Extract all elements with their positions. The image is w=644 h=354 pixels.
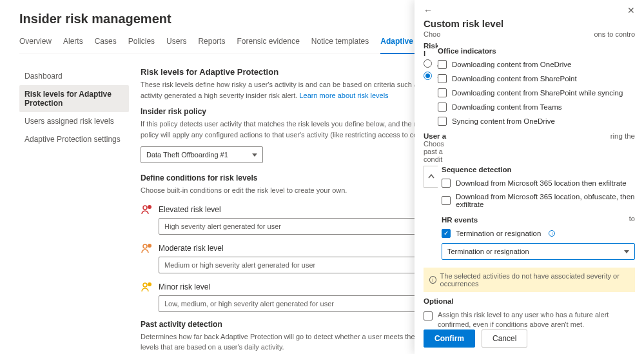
flyout-title: Custom risk level [424, 18, 635, 29]
sidebar-item-users-assigned[interactable]: Users assigned risk levels [19, 112, 129, 130]
office-item-0: Downloading content from OneDrive [452, 61, 571, 68]
chevron-down-icon [624, 250, 629, 253]
flyout-subtitle-start: Choo [424, 30, 440, 38]
chk-teams-download[interactable] [438, 103, 447, 112]
sequence-group: Sequence detection [442, 166, 635, 173]
radio-alert-severity[interactable] [424, 59, 432, 68]
chk-sharepoint-sync-download[interactable] [438, 88, 447, 97]
warning-banner: i The selected activities do not have as… [424, 268, 635, 292]
sidebar-item-settings[interactable]: Adaptive Protection settings [19, 130, 129, 148]
flyout-cancel-button[interactable]: Cancel [482, 329, 527, 348]
accordion-collapse-icon[interactable] [424, 166, 438, 188]
policy-select-value: Data Theft Offboarding #1 [146, 151, 228, 159]
tab-overview[interactable]: Overview [19, 37, 52, 50]
chk-seq-download-obfuscate-exfil[interactable] [442, 196, 451, 205]
tab-alerts[interactable]: Alerts [63, 37, 83, 50]
level-moderate-value: Medium or high severity alert generated … [164, 261, 315, 269]
level-minor-label: Minor risk level [159, 282, 210, 291]
close-icon[interactable]: ✕ [627, 5, 635, 15]
person-risk-moderate-icon [141, 242, 152, 254]
user-activity-desc-trunc2: past a [424, 148, 443, 155]
info-circle-icon: i [429, 276, 436, 284]
level-elevated-label: Elevated risk level [159, 205, 221, 214]
hr-dropdown-value: Termination or resignation [447, 248, 529, 255]
learn-more-link[interactable]: Learn more about risk levels [299, 92, 388, 99]
svg-point-0 [143, 206, 147, 210]
back-icon[interactable]: ← [424, 5, 433, 15]
svg-point-2 [143, 244, 147, 248]
level-moderate-label: Moderate risk level [159, 244, 224, 253]
risk-based-label-trunc: Risk l [424, 42, 436, 57]
chevron-down-icon [252, 153, 257, 157]
tab-forensic[interactable]: Forensic evidence [237, 37, 299, 50]
hr-dropdown[interactable]: Termination or resignation [442, 243, 635, 260]
user-activity-label-trunc: User a [424, 132, 446, 140]
user-activity-desc-trunc1: Choos [424, 140, 444, 148]
tab-users[interactable]: Users [166, 37, 186, 50]
user-activity-desc-trunc3: condit [424, 155, 442, 163]
warning-banner-text: The selected activities do not have asso… [440, 272, 629, 288]
chk-sharepoint-download[interactable] [438, 74, 447, 83]
custom-risk-level-flyout: ← ✕ Custom risk level Choo ons to contro… [415, 0, 644, 354]
tab-notice[interactable]: Notice templates [311, 37, 369, 50]
optional-desc: Assign this risk level to any user who h… [438, 310, 635, 330]
sidebar-item-risk-levels[interactable]: Risk levels for Adaptive Protection [19, 85, 129, 112]
tab-policies[interactable]: Policies [128, 37, 155, 50]
office-item-4: Syncing content from OneDrive [452, 117, 555, 125]
person-risk-minor-icon [141, 281, 152, 293]
svg-point-4 [143, 283, 147, 287]
svg-point-3 [148, 244, 151, 248]
office-item-1: Downloading content from SharePoint [452, 75, 577, 83]
office-item-3: Downloading content from Teams [452, 103, 561, 111]
svg-point-1 [148, 205, 151, 209]
info-icon[interactable]: i [549, 230, 555, 237]
tab-reports[interactable]: Reports [198, 37, 225, 50]
optional-title: Optional [424, 297, 635, 305]
user-activity-desc-trunc-end: ring the [610, 132, 635, 140]
confirm-button[interactable]: Confirm [424, 329, 475, 348]
flyout-subtitle-end: ons to contro [594, 30, 635, 38]
chk-optional-future-alert[interactable] [424, 311, 433, 320]
office-indicators-group: Office indicators [438, 47, 635, 55]
seq-item-1: Download from Microsoft 365 location, ob… [456, 193, 635, 208]
chk-onedrive-download[interactable] [438, 60, 447, 69]
truncated-text: to [629, 215, 635, 222]
seq-item-0: Download from Microsoft 365 location the… [456, 179, 627, 187]
level-elevated-value: High severity alert generated for user [164, 222, 281, 230]
sidebar-item-dashboard[interactable]: Dashboard [19, 67, 129, 85]
office-item-2: Downloading content from SharePoint whil… [452, 89, 623, 97]
person-risk-high-icon [141, 204, 152, 215]
tab-cases[interactable]: Cases [95, 37, 117, 50]
chk-seq-download-exfil[interactable] [442, 179, 451, 188]
svg-point-5 [148, 282, 151, 286]
policy-select[interactable]: Data Theft Offboarding #1 [141, 146, 263, 163]
secondary-nav: Dashboard Risk levels for Adaptive Prote… [19, 67, 129, 354]
hr-events-group: HR events [442, 216, 478, 224]
radio-specific-activity[interactable] [424, 72, 432, 80]
level-minor-value: Low, medium, or high severity alert gene… [164, 300, 334, 308]
chk-termination-resignation[interactable] [442, 229, 451, 238]
chk-onedrive-sync[interactable] [438, 117, 447, 126]
hr-item: Termination or resignation [456, 230, 541, 237]
